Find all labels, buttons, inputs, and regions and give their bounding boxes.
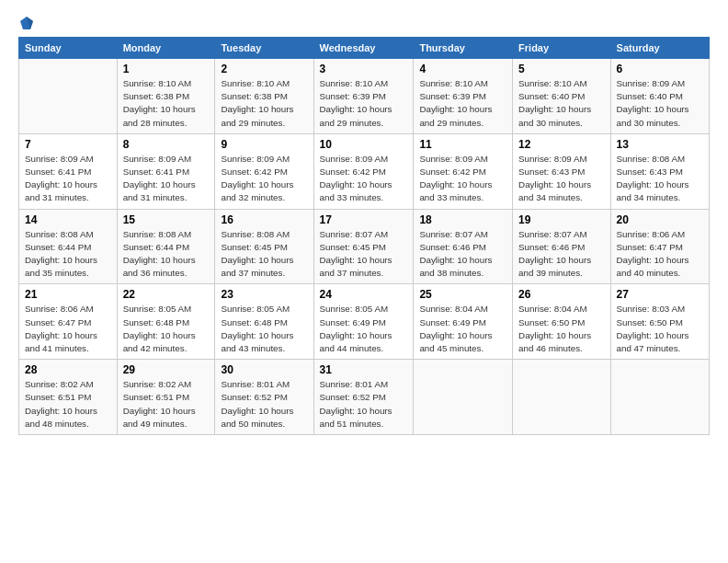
day-info: Sunrise: 8:09 AM Sunset: 6:41 PM Dayligh… xyxy=(25,153,111,205)
calendar-cell: 19Sunrise: 8:07 AM Sunset: 6:46 PM Dayli… xyxy=(513,209,610,284)
day-number: 1 xyxy=(123,63,210,75)
calendar-cell: 25Sunrise: 8:04 AM Sunset: 6:49 PM Dayli… xyxy=(414,284,513,360)
week-row-2: 7Sunrise: 8:09 AM Sunset: 6:41 PM Daylig… xyxy=(19,133,710,209)
day-number: 30 xyxy=(221,363,307,376)
calendar-cell: 2Sunrise: 8:10 AM Sunset: 6:38 PM Daylig… xyxy=(215,59,313,134)
calendar-cell xyxy=(513,360,610,435)
day-info: Sunrise: 8:02 AM Sunset: 6:51 PM Dayligh… xyxy=(123,378,210,431)
page: SundayMondayTuesdayWednesdayThursdayFrid… xyxy=(0,0,728,444)
week-row-4: 21Sunrise: 8:06 AM Sunset: 6:47 PM Dayli… xyxy=(19,284,710,360)
calendar-cell: 1Sunrise: 8:10 AM Sunset: 6:38 PM Daylig… xyxy=(117,59,215,134)
logo xyxy=(18,15,37,31)
day-number: 17 xyxy=(320,213,408,226)
calendar-cell: 14Sunrise: 8:08 AM Sunset: 6:44 PM Dayli… xyxy=(19,209,118,284)
day-info: Sunrise: 8:09 AM Sunset: 6:41 PM Dayligh… xyxy=(123,153,210,205)
day-number: 12 xyxy=(518,138,604,151)
calendar-cell: 18Sunrise: 8:07 AM Sunset: 6:46 PM Dayli… xyxy=(414,209,513,284)
day-number: 20 xyxy=(617,213,703,226)
day-number: 19 xyxy=(518,213,604,226)
day-info: Sunrise: 8:01 AM Sunset: 6:52 PM Dayligh… xyxy=(320,378,408,431)
day-number: 3 xyxy=(320,63,408,75)
calendar-cell: 4Sunrise: 8:10 AM Sunset: 6:39 PM Daylig… xyxy=(414,59,513,134)
day-info: Sunrise: 8:10 AM Sunset: 6:39 PM Dayligh… xyxy=(320,77,408,130)
calendar-cell: 5Sunrise: 8:10 AM Sunset: 6:40 PM Daylig… xyxy=(513,59,610,134)
day-number: 28 xyxy=(25,363,111,376)
calendar-cell: 9Sunrise: 8:09 AM Sunset: 6:42 PM Daylig… xyxy=(215,133,313,209)
col-header-wednesday: Wednesday xyxy=(313,38,414,59)
day-number: 5 xyxy=(518,63,604,75)
calendar-cell: 30Sunrise: 8:01 AM Sunset: 6:52 PM Dayli… xyxy=(215,360,313,435)
day-info: Sunrise: 8:09 AM Sunset: 6:42 PM Dayligh… xyxy=(320,153,408,205)
day-info: Sunrise: 8:10 AM Sunset: 6:39 PM Dayligh… xyxy=(419,77,506,130)
day-info: Sunrise: 8:07 AM Sunset: 6:46 PM Dayligh… xyxy=(518,228,604,281)
day-number: 27 xyxy=(617,288,703,301)
day-number: 11 xyxy=(419,138,506,151)
day-number: 25 xyxy=(419,288,506,301)
day-number: 9 xyxy=(221,138,307,151)
col-header-tuesday: Tuesday xyxy=(215,38,313,59)
day-info: Sunrise: 8:10 AM Sunset: 6:38 PM Dayligh… xyxy=(123,77,210,130)
day-number: 18 xyxy=(419,213,506,226)
week-row-5: 28Sunrise: 8:02 AM Sunset: 6:51 PM Dayli… xyxy=(19,360,710,435)
day-info: Sunrise: 8:05 AM Sunset: 6:48 PM Dayligh… xyxy=(123,303,210,355)
day-number: 4 xyxy=(419,63,506,75)
day-number: 13 xyxy=(617,138,703,151)
day-info: Sunrise: 8:09 AM Sunset: 6:42 PM Dayligh… xyxy=(221,153,307,205)
day-number: 15 xyxy=(123,213,210,226)
calendar-cell: 28Sunrise: 8:02 AM Sunset: 6:51 PM Dayli… xyxy=(19,360,118,435)
calendar-cell: 17Sunrise: 8:07 AM Sunset: 6:45 PM Dayli… xyxy=(313,209,414,284)
week-row-3: 14Sunrise: 8:08 AM Sunset: 6:44 PM Dayli… xyxy=(19,209,710,284)
calendar-cell: 23Sunrise: 8:05 AM Sunset: 6:48 PM Dayli… xyxy=(215,284,313,360)
calendar-cell: 16Sunrise: 8:08 AM Sunset: 6:45 PM Dayli… xyxy=(215,209,313,284)
calendar-cell: 15Sunrise: 8:08 AM Sunset: 6:44 PM Dayli… xyxy=(117,209,215,284)
day-info: Sunrise: 8:04 AM Sunset: 6:50 PM Dayligh… xyxy=(518,303,604,355)
calendar-cell: 11Sunrise: 8:09 AM Sunset: 6:42 PM Dayli… xyxy=(414,133,513,209)
day-info: Sunrise: 8:10 AM Sunset: 6:38 PM Dayligh… xyxy=(221,77,307,130)
col-header-saturday: Saturday xyxy=(610,38,709,59)
day-number: 7 xyxy=(25,138,111,151)
calendar-cell: 29Sunrise: 8:02 AM Sunset: 6:51 PM Dayli… xyxy=(117,360,215,435)
calendar-cell: 8Sunrise: 8:09 AM Sunset: 6:41 PM Daylig… xyxy=(117,133,215,209)
calendar-cell: 20Sunrise: 8:06 AM Sunset: 6:47 PM Dayli… xyxy=(610,209,709,284)
day-number: 21 xyxy=(25,288,111,301)
day-info: Sunrise: 8:09 AM Sunset: 6:42 PM Dayligh… xyxy=(419,153,506,205)
day-info: Sunrise: 8:02 AM Sunset: 6:51 PM Dayligh… xyxy=(25,378,111,431)
day-info: Sunrise: 8:05 AM Sunset: 6:49 PM Dayligh… xyxy=(320,303,408,355)
calendar-cell: 6Sunrise: 8:09 AM Sunset: 6:40 PM Daylig… xyxy=(610,59,709,134)
day-number: 23 xyxy=(221,288,307,301)
day-number: 24 xyxy=(320,288,408,301)
calendar-cell: 3Sunrise: 8:10 AM Sunset: 6:39 PM Daylig… xyxy=(313,59,414,134)
calendar-cell xyxy=(19,59,118,134)
day-info: Sunrise: 8:08 AM Sunset: 6:43 PM Dayligh… xyxy=(617,153,703,205)
week-row-1: 1Sunrise: 8:10 AM Sunset: 6:38 PM Daylig… xyxy=(19,59,710,134)
day-number: 2 xyxy=(221,63,307,75)
day-number: 31 xyxy=(320,363,408,376)
calendar-cell: 21Sunrise: 8:06 AM Sunset: 6:47 PM Dayli… xyxy=(19,284,118,360)
day-info: Sunrise: 8:04 AM Sunset: 6:49 PM Dayligh… xyxy=(419,303,506,355)
col-header-thursday: Thursday xyxy=(414,38,513,59)
day-number: 29 xyxy=(123,363,210,376)
day-info: Sunrise: 8:09 AM Sunset: 6:40 PM Dayligh… xyxy=(617,77,703,130)
day-info: Sunrise: 8:03 AM Sunset: 6:50 PM Dayligh… xyxy=(617,303,703,355)
day-number: 22 xyxy=(123,288,210,301)
day-info: Sunrise: 8:01 AM Sunset: 6:52 PM Dayligh… xyxy=(221,378,307,431)
day-number: 6 xyxy=(617,63,703,75)
calendar-cell xyxy=(414,360,513,435)
calendar-table: SundayMondayTuesdayWednesdayThursdayFrid… xyxy=(18,37,710,435)
day-number: 10 xyxy=(320,138,408,151)
calendar-cell: 12Sunrise: 8:09 AM Sunset: 6:43 PM Dayli… xyxy=(513,133,610,209)
day-number: 14 xyxy=(25,213,111,226)
col-header-monday: Monday xyxy=(117,38,215,59)
day-number: 26 xyxy=(518,288,604,301)
calendar-cell: 10Sunrise: 8:09 AM Sunset: 6:42 PM Dayli… xyxy=(313,133,414,209)
col-header-sunday: Sunday xyxy=(19,38,118,59)
calendar-cell: 27Sunrise: 8:03 AM Sunset: 6:50 PM Dayli… xyxy=(610,284,709,360)
day-info: Sunrise: 8:07 AM Sunset: 6:46 PM Dayligh… xyxy=(419,228,506,281)
day-info: Sunrise: 8:08 AM Sunset: 6:44 PM Dayligh… xyxy=(123,228,210,281)
day-info: Sunrise: 8:06 AM Sunset: 6:47 PM Dayligh… xyxy=(25,303,111,355)
day-number: 8 xyxy=(123,138,210,151)
header xyxy=(18,15,710,31)
calendar-cell: 24Sunrise: 8:05 AM Sunset: 6:49 PM Dayli… xyxy=(313,284,414,360)
calendar-cell: 7Sunrise: 8:09 AM Sunset: 6:41 PM Daylig… xyxy=(19,133,118,209)
calendar-cell: 31Sunrise: 8:01 AM Sunset: 6:52 PM Dayli… xyxy=(313,360,414,435)
